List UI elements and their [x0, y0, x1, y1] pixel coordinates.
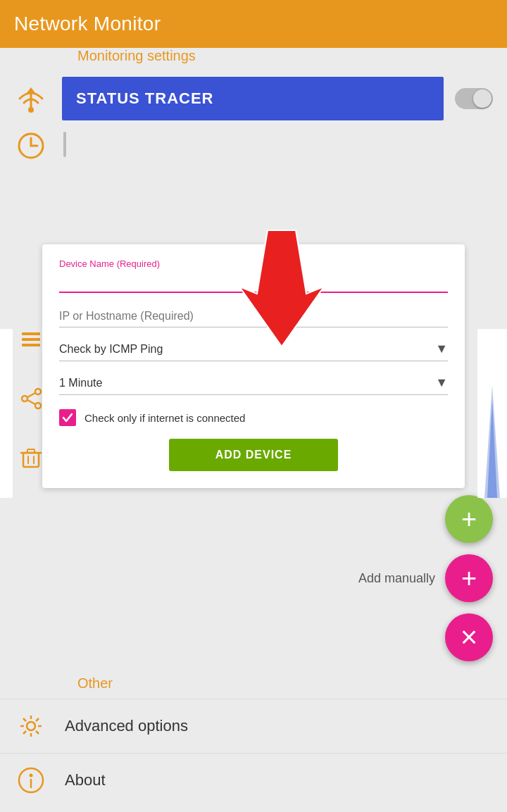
list-icon	[18, 326, 44, 353]
fab-row-1: +	[445, 495, 493, 543]
form-area: Device Name (Required) Check by ICMP Pin…	[42, 244, 465, 488]
status-tracer-toggle[interactable]	[455, 88, 493, 109]
toggle-knob	[473, 89, 492, 108]
dialog-container: Device Name (Required) Check by ICMP Pin…	[0, 244, 507, 488]
clock-row	[0, 132, 507, 160]
wifi-sidebar-icon	[0, 83, 62, 114]
checkbox-label: Check only if internet is connected	[84, 412, 245, 424]
svg-rect-30	[27, 449, 35, 453]
checkbox-row[interactable]: Check only if internet is connected	[59, 409, 448, 426]
share-icon	[18, 385, 44, 412]
interval-label: 1 Minute	[59, 377, 435, 389]
fab-row-3: ×	[445, 613, 493, 661]
svg-point-18	[30, 774, 33, 777]
left-white-strip	[0, 329, 13, 498]
svg-point-25	[35, 403, 41, 408]
device-name-input[interactable]	[59, 272, 448, 293]
nav-item-advanced-options[interactable]: Advanced options	[0, 699, 507, 753]
svg-point-23	[22, 396, 27, 401]
fab-plus-icon-2: +	[461, 563, 477, 594]
other-title: Other	[0, 675, 507, 692]
fab-row-2: Add manually +	[358, 554, 493, 602]
divider-line	[63, 132, 66, 157]
check-method-label: Check by ICMP Ping	[59, 343, 435, 356]
svg-line-15	[36, 718, 39, 721]
status-tracer-row: STATUS TRACER	[0, 77, 507, 120]
svg-line-13	[23, 718, 26, 721]
svg-rect-22	[22, 344, 40, 346]
checkmark-icon	[62, 412, 73, 423]
gear-icon	[17, 712, 45, 740]
fab-close-button[interactable]: ×	[445, 613, 493, 661]
device-name-label: Device Name (Required)	[59, 258, 448, 269]
fab-plus-icon-1: +	[461, 504, 477, 535]
interval-chevron: ▼	[435, 375, 448, 390]
svg-rect-20	[22, 332, 40, 335]
svg-rect-28	[23, 453, 39, 467]
info-sidebar-icon	[0, 766, 62, 794]
form-card: Device Name (Required) Check by ICMP Pin…	[42, 244, 465, 488]
fab-close-icon: ×	[461, 620, 478, 654]
info-icon	[17, 766, 45, 794]
nav-item-about[interactable]: About	[0, 753, 507, 807]
bottom-section: Other Advanced	[0, 675, 507, 807]
advanced-options-label: Advanced options	[65, 717, 188, 735]
add-device-button[interactable]: ADD DEVICE	[169, 439, 338, 471]
about-label: About	[65, 771, 106, 789]
svg-line-27	[27, 400, 35, 404]
svg-point-8	[27, 722, 35, 730]
check-method-chevron: ▼	[435, 342, 448, 356]
interval-dropdown[interactable]: 1 Minute ▼	[59, 375, 448, 395]
clock-icon	[17, 132, 45, 160]
svg-point-24	[35, 389, 41, 394]
right-white-strip	[477, 329, 507, 498]
fab-add-manually-button[interactable]: +	[445, 554, 493, 602]
check-method-dropdown[interactable]: Check by ICMP Ping ▼	[59, 342, 448, 361]
gear-sidebar-icon	[0, 712, 62, 740]
svg-line-26	[27, 393, 35, 397]
add-manually-label: Add manually	[358, 571, 435, 586]
trash-icon	[18, 444, 44, 471]
fab-stack: + Add manually + ×	[0, 495, 507, 661]
status-tracer-button[interactable]: STATUS TRACER	[62, 77, 444, 120]
main-content: Monitoring settings STATUS TRACER	[0, 48, 507, 807]
ip-hostname-input[interactable]	[59, 307, 448, 327]
antenna-icon	[15, 83, 46, 114]
clock-sidebar-icon	[0, 132, 62, 160]
svg-line-14	[36, 731, 39, 734]
monitoring-settings-title: Monitoring settings	[0, 48, 507, 64]
internet-checkbox[interactable]	[59, 409, 76, 426]
fab-add-button-1[interactable]: +	[445, 495, 493, 543]
app-header: Network Monitor	[0, 0, 507, 48]
chart-svg	[477, 357, 507, 498]
svg-line-16	[23, 731, 26, 734]
app-title: Network Monitor	[14, 13, 161, 35]
svg-rect-21	[22, 338, 40, 341]
